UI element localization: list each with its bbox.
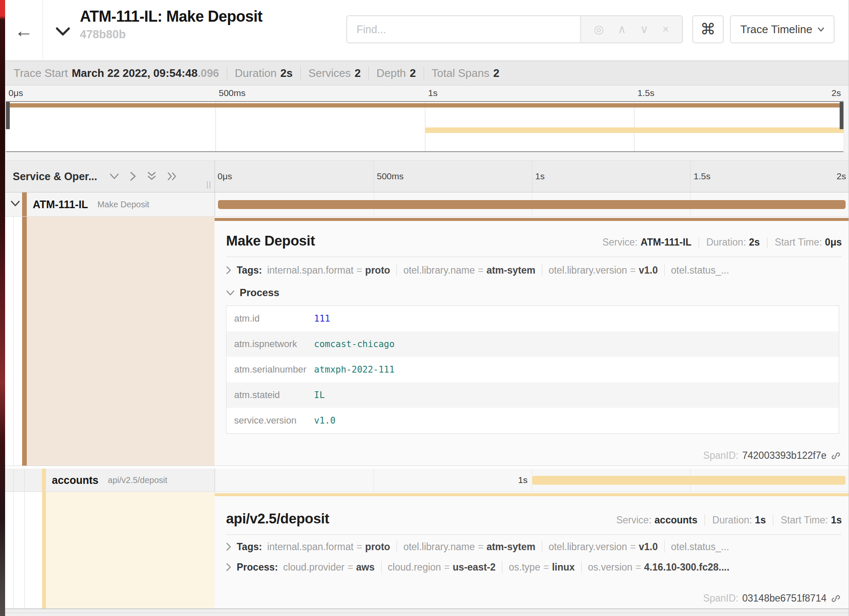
span-bar-make-deposit[interactable]: [218, 200, 846, 209]
summary-item: Duration2s: [235, 67, 293, 80]
span-detail-accent-bar: [215, 218, 849, 221]
column-resizer-grip[interactable]: [207, 181, 210, 189]
process-table-row: service.versionv1.0: [226, 408, 839, 433]
process-section-header[interactable]: Process: [226, 287, 842, 299]
tag-divider: [502, 561, 502, 573]
summary-label: Duration: [235, 67, 277, 80]
meta-divider: [705, 515, 705, 526]
meta-label: Start Time:: [775, 237, 822, 248]
timeline-tick: 500ms: [377, 171, 404, 181]
keyboard-shortcuts-button[interactable]: ⌘: [692, 15, 724, 43]
timeline-tick: 2s: [832, 88, 841, 98]
minimap-gridline: [634, 102, 634, 151]
tag-divider: [381, 561, 382, 573]
chevron-right-icon[interactable]: [130, 171, 136, 181]
tag-value: aws: [356, 562, 374, 573]
chevron-down-icon: [818, 27, 824, 32]
timeline-tick: 1.5s: [637, 88, 654, 98]
process-table-row: atm.serialnumberatmxph-2022-111: [226, 357, 839, 382]
chevron-down-icon[interactable]: [109, 173, 119, 180]
trace-view-dropdown[interactable]: Trace Timeline: [730, 15, 835, 43]
indent-guide: [13, 217, 14, 466]
span-duration-label: 1s: [215, 475, 532, 485]
meta-value: 1s: [755, 514, 766, 526]
process-value: v1.0: [314, 415, 336, 426]
find-input[interactable]: [347, 16, 580, 42]
process-key: atm.stateid: [234, 390, 314, 401]
tag-equals: =: [348, 562, 353, 573]
chevron-down-icon[interactable]: [10, 200, 20, 209]
operation-name: api/v2.5/deposit: [108, 475, 167, 485]
process-label: Process:: [237, 562, 278, 573]
find-clear-icon[interactable]: ×: [662, 24, 669, 35]
find-tools: ◎ ∧ ∨ ×: [580, 16, 682, 42]
timeline-grid-header: Service & Oper... 0μs500ms1s1.: [5, 160, 849, 192]
copy-link-icon[interactable]: [831, 451, 841, 461]
summary-value: 2s: [280, 67, 293, 80]
timeline-gridline: [690, 161, 691, 192]
tag-equals: =: [357, 541, 362, 553]
process-list: cloud.provider=awscloud.region=us-east-2…: [283, 561, 729, 573]
tag-equals: =: [478, 265, 483, 276]
service-name: accounts: [52, 474, 99, 486]
copy-link-icon[interactable]: [831, 593, 841, 604]
minimap-scrubber-right-handle[interactable]: [840, 102, 843, 129]
summary-item: Total Spans2: [432, 67, 499, 80]
tag-divider: [581, 561, 582, 573]
tags-row[interactable]: Tags: internal.span.format=protootel.lib…: [226, 541, 842, 553]
double-chevron-down-icon[interactable]: [147, 171, 157, 181]
indent-guide: [13, 469, 14, 492]
summary-value: 2: [410, 67, 416, 80]
span-row-atm-timeline-cell: [215, 192, 849, 217]
tag-value: us-east-2: [453, 562, 495, 573]
timeline-ticks-header: 0μs500ms1s1.5s2s: [215, 161, 849, 192]
span-detail-meta: Service:ATM-111-ILDuration:2sStart Time:…: [602, 237, 842, 248]
meta-label: Service:: [602, 237, 637, 248]
summary-label: Trace Start: [14, 67, 68, 80]
minimap-canvas[interactable]: [6, 101, 843, 152]
process-row[interactable]: Process: cloud.provider=awscloud.region=…: [226, 561, 842, 573]
tag-equals: =: [478, 541, 483, 553]
indent-guide: [24, 492, 25, 608]
tag-equals: =: [543, 562, 549, 573]
summary-item: Trace StartMarch 22 2022, 09:54:48.096: [14, 67, 219, 80]
process-label: Process: [240, 287, 279, 299]
span-row-atm-name-cell[interactable]: ATM-111-IL Make Deposit: [5, 192, 215, 217]
timeline-tick: 500ms: [219, 88, 246, 98]
find-target-icon[interactable]: ◎: [594, 24, 604, 35]
tag-key: cloud.region: [388, 562, 441, 573]
tag-value: linux: [552, 562, 575, 573]
find-box: ◎ ∧ ∨ ×: [346, 15, 683, 43]
summary-item: Services2: [308, 67, 361, 80]
span-detail-tint: [46, 492, 215, 608]
tags-row[interactable]: Tags: internal.span.format=protootel.lib…: [226, 264, 842, 276]
service-operation-header: Service & Oper...: [5, 161, 215, 192]
meta-divider: [773, 515, 773, 526]
service-color-stripe: [22, 217, 27, 466]
span-detail-content: Make Deposit Service:ATM-111-ILDuration:…: [226, 221, 842, 466]
minimap-spacer: [5, 152, 849, 160]
span-row-accounts-name-cell[interactable]: accounts api/v2.5/deposit: [5, 469, 215, 492]
minimap-scrubber-left-handle[interactable]: [6, 102, 10, 129]
tag-divider: [396, 264, 397, 276]
find-next-icon[interactable]: ∨: [640, 24, 648, 35]
meta-value: 0μs: [825, 237, 842, 248]
span-bar-api-deposit[interactable]: [532, 476, 846, 485]
tag-key: otel.status_...: [671, 541, 729, 553]
trace-header: ← ATM-111-IL: Make Deposit 478b80b ◎ ∧ ∨…: [5, 0, 849, 61]
summary-label: Total Spans: [432, 67, 490, 80]
tag-value: proto: [365, 265, 390, 276]
process-key: atm.id: [234, 313, 314, 324]
process-key: atm.serialnumber: [234, 364, 314, 375]
back-button[interactable]: ←: [14, 21, 33, 40]
collapse-trace-chevron-icon[interactable]: [55, 26, 71, 38]
span-id-label: SpanID:: [703, 593, 739, 604]
service-color-stripe: [22, 192, 27, 216]
process-key: atm.ispnetwork: [234, 339, 314, 350]
tag-value: proto: [365, 541, 390, 553]
double-chevron-right-icon[interactable]: [167, 171, 178, 181]
trace-view-app: ← ATM-111-IL: Make Deposit 478b80b ◎ ∧ ∨…: [5, 0, 849, 616]
find-prev-icon[interactable]: ∧: [618, 24, 626, 35]
back-button-column: ←: [5, 0, 43, 61]
timeline-tick: 0μs: [218, 171, 232, 181]
